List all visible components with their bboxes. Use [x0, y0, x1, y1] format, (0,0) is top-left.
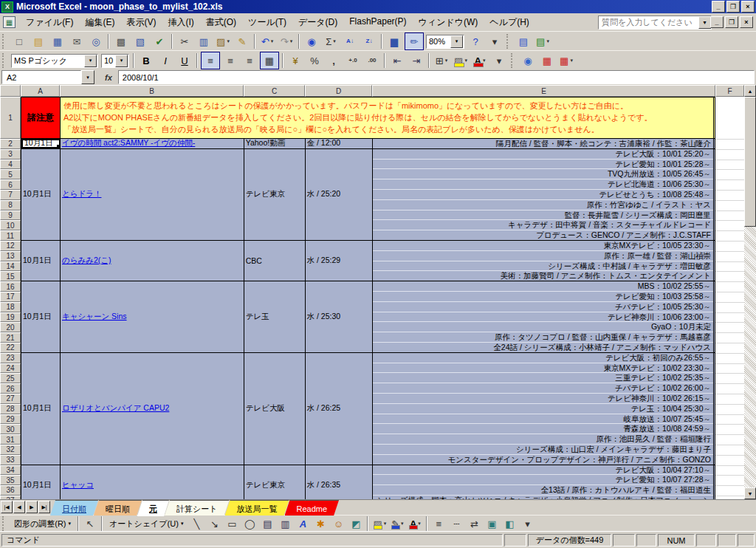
row-header-33[interactable]: 33 — [0, 455, 21, 465]
insert-hyperlink-icon[interactable]: ◉ — [303, 33, 320, 49]
detail-cell-row-19[interactable]: テレビ神奈川：10/06 23:00～ — [373, 312, 714, 323]
increase-indent-icon[interactable]: ⇥ — [408, 52, 425, 69]
detail-cell-row-20[interactable]: GyaO：10月未定 — [373, 322, 714, 332]
doc-restore-button[interactable]: ❐ — [725, 16, 738, 28]
detail-cell-row-16[interactable]: MBS：10/02 25:55～ — [373, 281, 714, 292]
menu-item-3[interactable]: 表示(V) — [120, 14, 162, 31]
row-header-35[interactable]: 35 — [0, 475, 21, 485]
row-header-28[interactable]: 28 — [0, 404, 21, 414]
detail-cell-row-33[interactable]: モンスターデザイン・プロップデザイン：神戸洋行 / アニメ制作：GONZO — [373, 455, 714, 465]
sort-ascending-icon[interactable]: A↓ — [341, 33, 359, 49]
toolbar-grip[interactable] — [2, 34, 7, 49]
minimize-button[interactable]: _ — [712, 1, 725, 13]
detail-cell-row-2[interactable]: 隔月配信 / 監督・脚本・絵コンテ：吉浦康裕 / 作監：茶山隆介 — [373, 139, 714, 149]
cell-title[interactable]: イヴの時間 act2:SAMMY -イヴの仲間- — [61, 139, 244, 148]
toolbar-options-icon[interactable]: ▾ — [490, 52, 508, 69]
detail-cell-row-6[interactable]: テレビ北海道：10/06 25:30～ — [373, 179, 714, 190]
next-sheet-button[interactable]: ▶ — [26, 501, 38, 513]
comma-style-icon[interactable]: , — [325, 52, 343, 69]
chevron-down-icon[interactable]: ▾ — [84, 55, 97, 67]
undo-icon[interactable]: ↶▾ — [258, 33, 276, 49]
row-header-18[interactable]: 18 — [0, 302, 21, 312]
sheet-tab-2[interactable]: 曜日順 — [94, 500, 142, 516]
autoshapes-menu[interactable]: オートシェイプ(U)▾ — [106, 517, 187, 531]
row-header-25[interactable]: 25 — [0, 373, 21, 383]
detail-cell-row-29[interactable]: 岐阜放送：10/07 25:45～ — [373, 414, 714, 425]
detail-cell-row-8[interactable]: 原作：竹宮ゆゆこ / イラスト：ヤス — [373, 200, 714, 210]
detail-cell-row-4[interactable]: テレビ愛知：10/01 25:28～ — [373, 160, 714, 170]
new-workbook-icon[interactable]: □ — [10, 33, 28, 49]
cell-station[interactable]: CBC — [244, 241, 306, 281]
vertical-scroll-thumb[interactable] — [744, 97, 756, 227]
detail-cell-row-32[interactable]: シリーズ構成：山口宏 / メインキャラデザ：藤田まり子 — [373, 445, 714, 455]
sheet-tab-1[interactable]: 日付順 — [50, 500, 98, 516]
column-header-E[interactable]: E — [372, 85, 715, 97]
scroll-down-icon[interactable]: ▼ — [744, 487, 756, 499]
decrease-decimal-icon[interactable]: .00 — [363, 52, 381, 69]
title-hyperlink[interactable]: ヒャッコ — [62, 480, 94, 490]
align-right-icon[interactable]: ≡ — [241, 52, 258, 69]
cell-title[interactable]: のらみみ2(こ) — [61, 241, 244, 281]
rectangle-icon[interactable]: ▭ — [224, 517, 240, 531]
cell-station[interactable]: テレビ大阪 — [244, 353, 306, 465]
row-header-34[interactable]: 34 — [0, 465, 21, 476]
font-name-combo[interactable]: MS Pゴシック▾ — [11, 54, 98, 68]
zoom-combo[interactable]: 80%▾ — [426, 35, 464, 49]
menu-item-6[interactable]: ツール(T) — [242, 14, 292, 31]
diagram-icon[interactable]: ✱ — [312, 517, 329, 531]
detail-cell-row-28[interactable]: テレ玉：10/04 25:30～ — [373, 404, 714, 414]
decrease-indent-icon[interactable]: ⇤ — [388, 52, 406, 69]
detail-cell-row-12[interactable]: 東京MXテレビ：10/05 23:30～ — [373, 241, 714, 251]
fill-color-icon[interactable]: ▨▾ — [452, 52, 470, 69]
cell-title[interactable]: ロザリオとバンパイア CAPU2 — [61, 353, 244, 465]
row-header-21[interactable]: 21 — [0, 332, 21, 343]
detail-cell-row-7[interactable]: テレビせとうち：10/08 25:48～ — [373, 190, 714, 200]
cell-date[interactable]: 10月1日 — [21, 465, 61, 499]
name-box-dropdown-icon[interactable]: ▾ — [81, 70, 94, 84]
toolbar-options-icon[interactable]: ▾ — [519, 517, 535, 531]
cell-date[interactable]: 10月1日 — [21, 353, 61, 465]
column-header-B[interactable]: B — [60, 85, 244, 97]
cell-A1-notice[interactable]: 諸注意 — [21, 97, 61, 138]
formula-input[interactable]: 2008/10/1 — [118, 70, 755, 84]
column-header-C[interactable]: C — [244, 85, 305, 97]
file-search-icon[interactable]: ◎ — [87, 33, 105, 49]
vertical-scrollbar[interactable]: ▲ ▼ — [744, 85, 756, 499]
detail-cell-row-36[interactable]: 全13話 / 原作：カトウハルアキ / 監督：福田道生 — [373, 485, 714, 496]
detail-cell-row-11[interactable]: プロデュース：GENCO / アニメ制作：J.C.STAFF — [373, 230, 714, 241]
sheet-tab-3[interactable]: 元 — [137, 500, 169, 516]
detail-cell-row-15[interactable]: 美術：加藤賢司 / アニメ制作：トムス・エンタテインメント — [373, 271, 714, 281]
chevron-down-icon[interactable]: ▾ — [450, 35, 463, 48]
vertical-scroll-track[interactable] — [744, 227, 756, 487]
row-header-31[interactable]: 31 — [0, 434, 21, 445]
cell-date[interactable]: 10月1日 — [21, 139, 61, 148]
row-header-3[interactable]: 3 — [0, 149, 21, 160]
toolbar-grip[interactable] — [506, 34, 512, 49]
row-header-32[interactable]: 32 — [0, 445, 21, 455]
doc-minimize-button[interactable]: _ — [710, 16, 724, 28]
cell-title[interactable]: ヒャッコ — [61, 465, 244, 499]
underline-icon[interactable]: U — [176, 52, 193, 69]
detail-cell-row-24[interactable]: 東京MXテレビ：10/02 23:30～ — [373, 363, 714, 374]
3d-style-icon[interactable]: ◧ — [501, 517, 518, 531]
detail-cell-row-26[interactable]: チバテレビ：10/02 26:00～ — [373, 383, 714, 394]
row-header-10[interactable]: 10 — [0, 220, 21, 230]
menu-item-4[interactable]: 挿入(I) — [162, 14, 199, 31]
detail-cell-row-35[interactable]: テレビ愛知：10/07 27:28～ — [373, 475, 714, 485]
italic-icon[interactable]: I — [157, 52, 174, 69]
help-icon[interactable]: ? — [467, 33, 484, 49]
print-preview-icon[interactable]: ▧ — [131, 33, 149, 49]
addin-grid-red-icon[interactable]: ▦ — [538, 52, 556, 69]
addin-camera-icon[interactable]: ◉ — [519, 52, 537, 69]
chevron-down-icon[interactable]: ▾ — [698, 16, 711, 29]
title-hyperlink[interactable]: とらドラ！ — [62, 189, 101, 199]
sort-descending-icon[interactable]: Z↓ — [360, 33, 378, 49]
arrow-style-icon[interactable]: ⇄ — [466, 517, 482, 531]
question-box[interactable]: 質問を入力してください ▾ — [598, 16, 712, 30]
increase-decimal-icon[interactable]: +.0 — [344, 52, 362, 69]
title-hyperlink[interactable]: イヴの時間 act2:SAMMY -イヴの仲間- — [62, 139, 195, 148]
detail-cell-row-31[interactable]: 原作：池田晃久 / 監督：稲垣隆行 — [373, 434, 714, 445]
previous-sheet-button[interactable]: ◀ — [13, 501, 25, 513]
column-header-F[interactable]: F — [715, 85, 744, 97]
cell-station[interactable]: Yahoo!動画 — [244, 139, 306, 148]
